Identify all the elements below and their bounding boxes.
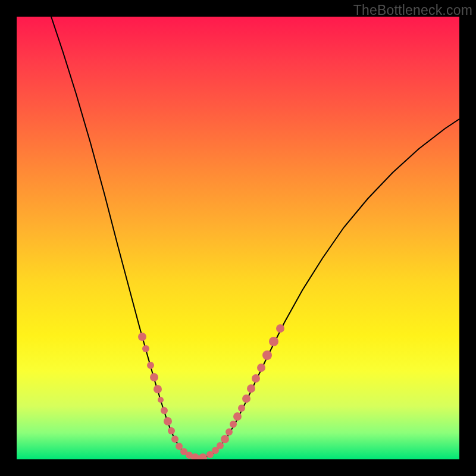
data-marker [262, 350, 272, 360]
data-marker [171, 436, 178, 443]
curve-right-branch [198, 119, 459, 458]
data-marker [226, 428, 233, 436]
data-marker [154, 385, 162, 393]
data-marker [138, 333, 146, 341]
data-marker [150, 373, 158, 381]
plot-area [17, 17, 459, 459]
data-marker [269, 337, 278, 346]
data-marker [242, 394, 250, 403]
data-marker [176, 443, 183, 450]
curve-left-branch [51, 17, 198, 458]
watermark-text: TheBottleneck.com [353, 2, 472, 18]
data-marker [161, 407, 168, 414]
data-marker [164, 417, 172, 425]
marker-group [138, 324, 284, 459]
data-marker [276, 324, 284, 333]
data-marker [233, 412, 242, 421]
data-marker [252, 374, 260, 383]
data-marker [230, 421, 237, 428]
data-marker [238, 405, 245, 412]
data-marker [217, 442, 224, 449]
data-marker [199, 453, 207, 459]
data-marker [257, 364, 265, 372]
data-marker [168, 427, 175, 434]
chart-frame: TheBottleneck.com [0, 0, 476, 476]
data-marker [247, 384, 255, 393]
data-marker [158, 397, 164, 403]
chart-svg [17, 17, 459, 459]
data-marker [147, 362, 154, 369]
data-marker [142, 345, 149, 352]
data-marker [221, 435, 229, 443]
